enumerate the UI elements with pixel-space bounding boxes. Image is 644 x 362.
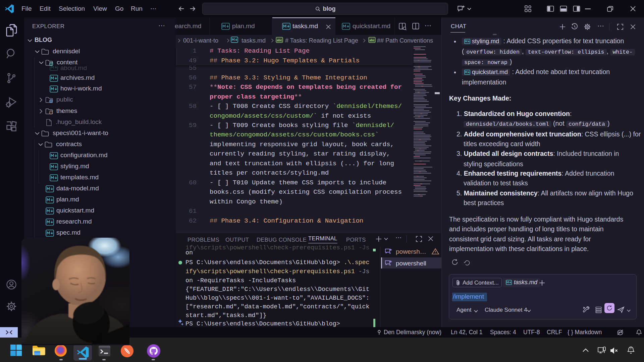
svg-text:z: z (630, 347, 632, 350)
svg-text:abc: abc (369, 39, 375, 42)
svg-text:abc: abc (277, 39, 282, 42)
